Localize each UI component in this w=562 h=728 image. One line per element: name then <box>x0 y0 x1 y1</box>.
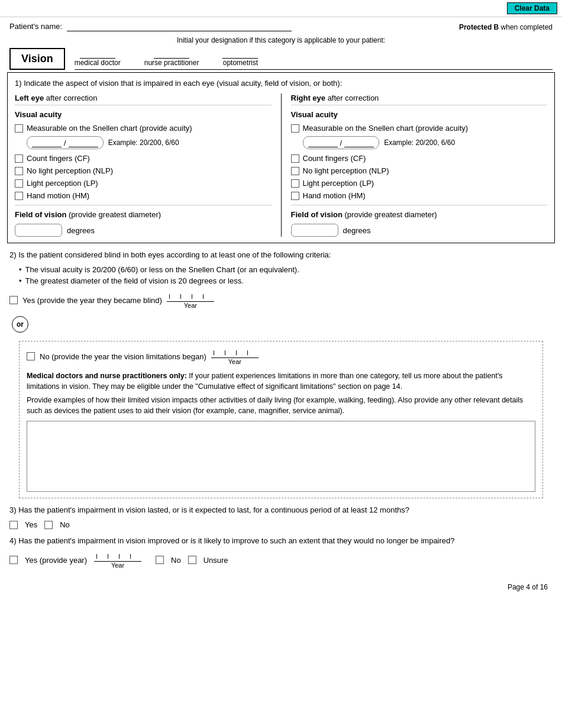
left-light-perception-checkbox[interactable] <box>15 179 23 188</box>
patient-name-row: Patient's name: <box>9 21 292 31</box>
left-hand-motion-checkbox[interactable] <box>15 192 23 200</box>
section-header: Vision medical doctor nurse practitioner… <box>0 48 562 70</box>
s4-tick-3 <box>119 554 119 559</box>
optometrist-label: optometrist <box>223 59 258 67</box>
right-light-perception-row: Light perception (LP) <box>291 179 548 188</box>
section4-unsure-checkbox[interactable] <box>188 556 196 564</box>
left-eye-col: Left eye after correction Visual acuity … <box>15 94 282 237</box>
s4-tick-1 <box>96 554 97 559</box>
section3-no-label: No <box>60 520 70 529</box>
medical-note-bold: Medical doctors and nurse practitioners … <box>27 372 187 380</box>
left-visual-acuity-header: Visual acuity <box>15 110 272 119</box>
bullet1-dot: • <box>19 265 22 274</box>
section3-yes-checkbox[interactable] <box>9 521 18 529</box>
section3-no-checkbox[interactable] <box>44 521 53 529</box>
section3-yes-label: Yes <box>25 520 37 529</box>
patient-name-input[interactable] <box>67 21 292 31</box>
right-slash: / <box>340 138 343 147</box>
left-count-fingers-label: Count fingers (CF) <box>27 154 90 163</box>
yes-blind-label: Yes (provide the year they became blind) <box>22 296 162 305</box>
right-eye-header: Right eye after correction <box>291 94 548 105</box>
yes-year-label: Year <box>184 302 197 309</box>
or-circle: or <box>12 316 28 333</box>
left-snellen-numerator[interactable] <box>32 138 62 147</box>
optometrist-line[interactable] <box>222 49 258 59</box>
left-snellen-checkbox[interactable] <box>15 124 23 133</box>
vision-tab: Vision <box>9 48 65 70</box>
section1-box: 1) Indicate the aspect of vision that is… <box>7 72 555 243</box>
section4-yes-checkbox[interactable] <box>9 556 18 564</box>
left-degree-input[interactable] <box>15 224 62 237</box>
right-degree-input[interactable] <box>291 224 338 237</box>
right-no-light-checkbox[interactable] <box>291 167 299 175</box>
section4-yes-label: Yes (provide year) <box>25 556 87 565</box>
section4-no-label: No <box>171 556 181 565</box>
right-snellen-denominator[interactable] <box>344 138 374 147</box>
header-row: Patient's name: Protected B when complet… <box>0 17 562 34</box>
right-snellen-row: Measurable on the Snellen chart (provide… <box>291 124 548 133</box>
yes-blind-row: Yes (provide the year they became blind)… <box>9 291 553 309</box>
left-field-vision-header: Field of vision (provide greatest diamet… <box>15 210 272 219</box>
s4-tick-4 <box>130 554 131 559</box>
year-tick-1 <box>169 294 170 299</box>
left-no-light-row: No light perception (NLP) <box>15 166 272 175</box>
right-snellen-label: Measurable on the Snellen chart (provide… <box>303 124 469 133</box>
left-eye-header: Left eye after correction <box>15 94 272 105</box>
right-snellen-numerator[interactable] <box>308 138 338 147</box>
no-year-label: Year <box>228 358 241 365</box>
right-count-fingers-row: Count fingers (CF) <box>291 154 548 163</box>
nurse-practitioner-line[interactable] <box>154 49 189 59</box>
left-slash: / <box>64 138 66 147</box>
right-field-vision-header: Field of vision (provide greatest diamet… <box>291 210 548 219</box>
right-snellen-checkbox[interactable] <box>291 124 299 133</box>
left-no-light-checkbox[interactable] <box>15 167 23 175</box>
left-no-light-label: No light perception (NLP) <box>27 166 113 175</box>
section4-year-group: Year <box>94 551 141 569</box>
no-year-tick-3 <box>236 350 237 355</box>
initial-instruction: Initial your designation if this categor… <box>0 34 562 48</box>
right-count-fingers-checkbox[interactable] <box>291 154 299 163</box>
bullet1: • The visual acuity is 20/200 (6/60) or … <box>19 265 553 274</box>
medical-doctor-label: medical doctor <box>75 59 121 67</box>
left-snellen-fraction: / <box>27 136 104 149</box>
right-divider <box>291 205 548 205</box>
right-hand-motion-checkbox[interactable] <box>291 192 299 200</box>
year-tick-2 <box>180 294 181 299</box>
section4-no-checkbox[interactable] <box>156 556 164 564</box>
right-degree-row: degrees <box>291 224 548 237</box>
medical-details-textarea[interactable] <box>27 421 535 492</box>
yes-blind-checkbox[interactable] <box>9 296 18 304</box>
bullet2-dot: • <box>19 276 22 285</box>
designation-nurse-practitioner: nurse practitioner <box>144 49 199 67</box>
right-no-light-row: No light perception (NLP) <box>291 166 548 175</box>
para-text: Provide examples of how their limited vi… <box>27 395 535 416</box>
section1-inner: 1) Indicate the aspect of vision that is… <box>8 73 554 243</box>
two-col-eyes: Left eye after correction Visual acuity … <box>15 94 547 237</box>
no-year-tick-4 <box>247 350 248 355</box>
right-degrees-label: degrees <box>343 226 371 235</box>
designation-medical-doctor: medical doctor <box>75 49 121 67</box>
no-year-tick-2 <box>225 350 225 355</box>
left-degrees-label: degrees <box>67 226 95 235</box>
left-snellen-input-row: / Example: 20/200, 6/60 <box>27 136 272 149</box>
left-snellen-denominator[interactable] <box>69 138 98 147</box>
left-hand-motion-label: Hand motion (HM) <box>27 191 89 200</box>
right-visual-acuity-header: Visual acuity <box>291 110 548 119</box>
left-count-fingers-checkbox[interactable] <box>15 154 23 163</box>
right-snellen-example: Example: 20/200, 6/60 <box>384 138 455 147</box>
section3-yes-no: Yes No <box>9 520 553 529</box>
yes-year-group: Year <box>167 291 214 309</box>
right-light-perception-label: Light perception (LP) <box>303 179 374 188</box>
right-light-perception-checkbox[interactable] <box>291 179 299 188</box>
clear-data-button[interactable]: Clear Data <box>507 2 557 14</box>
no-year-tick-1 <box>214 350 214 355</box>
year-tick-4 <box>203 294 204 299</box>
protected-b-label: Protected B when completed <box>459 23 553 31</box>
no-vision-checkbox[interactable] <box>27 352 35 360</box>
right-no-light-label: No light perception (NLP) <box>303 166 389 175</box>
medical-doctor-line[interactable] <box>80 49 115 59</box>
left-degree-row: degrees <box>15 224 272 237</box>
left-snellen-label: Measurable on the Snellen chart (provide… <box>27 124 192 133</box>
bullet1-text: The visual acuity is 20/200 (6/60) or le… <box>25 265 299 274</box>
designation-row: medical doctor nurse practitioner optome… <box>75 48 553 70</box>
